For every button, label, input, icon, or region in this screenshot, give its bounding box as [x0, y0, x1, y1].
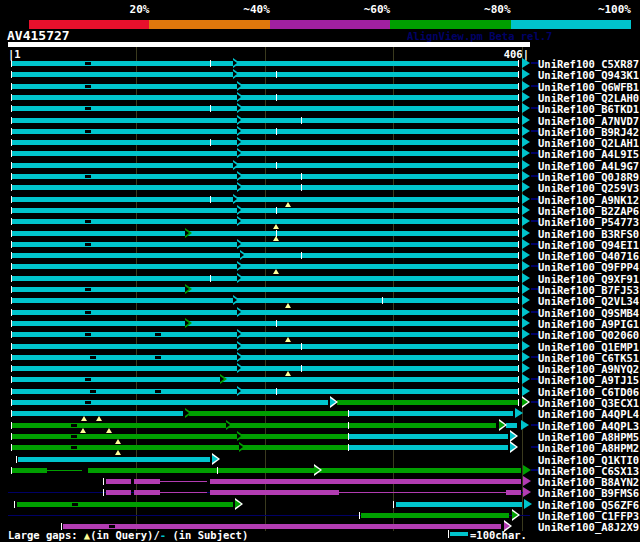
track-label-UniRef100_Q259V3[interactable]: UniRef100_Q259V3: [538, 182, 639, 194]
segment-boundary-tick: [11, 354, 12, 361]
query-id: AV415727: [7, 28, 70, 43]
direction-arrow-icon: [237, 365, 241, 371]
track-label-UniRef100_A9TJ15[interactable]: UniRef100_A9TJ15: [538, 374, 639, 386]
direction-arrow-icon: [235, 500, 241, 508]
direction-arrow-icon: [522, 284, 530, 294]
subject-gap-mark: [82, 469, 88, 472]
alignment-segment: [106, 490, 131, 495]
alignment-segment: [210, 479, 521, 484]
segment-boundary-tick: [518, 297, 519, 304]
segment-boundary-tick: [518, 252, 519, 259]
identity-scale-bar: [29, 20, 631, 29]
subject-gap-mark: [71, 435, 77, 438]
segment-boundary-tick: [518, 139, 519, 146]
identity-scale-segment-60: [270, 20, 390, 29]
track-label-UniRef100_B9FMS6[interactable]: UniRef100_B9FMS6: [538, 487, 639, 499]
segment-boundary-tick: [518, 286, 519, 293]
alignment-segment: [88, 468, 521, 473]
segment-boundary-tick: [382, 297, 383, 304]
alignment-segment: [47, 470, 86, 471]
alignment-segment: [12, 276, 518, 281]
identity-scale-label: ~80%: [484, 3, 511, 16]
watermark-text: AlignView.pm Beta rel.7: [407, 30, 552, 42]
segment-boundary-tick: [518, 376, 519, 383]
track-label-UniRef100_A8J2X9[interactable]: UniRef100_A8J2X9: [538, 521, 639, 533]
segment-boundary-tick: [518, 150, 519, 157]
subject-gap-mark: [85, 333, 91, 336]
query-gap-triangle-icon: [81, 416, 87, 421]
segment-boundary-tick: [518, 309, 519, 316]
direction-arrow-icon: [233, 71, 237, 77]
scale-legend-label: =100char.: [470, 529, 527, 541]
track-label-UniRef100_A4L9I5[interactable]: UniRef100_A4L9I5: [538, 148, 639, 160]
identity-scale-label: ~100%: [598, 3, 631, 16]
subject-gap-mark: [85, 175, 91, 178]
track-label-UniRef100_Q9FPP4[interactable]: UniRef100_Q9FPP4: [538, 261, 639, 273]
query-gap-triangle-icon: [115, 450, 121, 455]
track-label-UniRef100_B6TKD1[interactable]: UniRef100_B6TKD1: [538, 103, 639, 115]
direction-arrow-icon: [233, 60, 237, 66]
segment-boundary-tick: [11, 196, 12, 203]
direction-arrow-icon: [330, 398, 336, 406]
segment-boundary-tick: [11, 433, 12, 440]
segment-boundary-tick: [518, 94, 519, 101]
track-label-UniRef100_Q02060[interactable]: UniRef100_Q02060: [538, 329, 639, 341]
segment-boundary-tick: [301, 184, 302, 191]
segment-boundary-tick: [518, 275, 519, 282]
segment-boundary-tick: [11, 60, 12, 67]
direction-arrow-icon: [237, 184, 241, 190]
segment-boundary-tick: [518, 343, 519, 350]
alignment-segment: [337, 400, 518, 405]
query-gap-triangle-icon: [285, 337, 291, 342]
direction-arrow-icon: [522, 341, 530, 351]
track-label-UniRef100_Q943K1[interactable]: UniRef100_Q943K1: [538, 69, 639, 81]
segment-boundary-tick: [348, 410, 349, 417]
large-gaps-query-text: (in Query)/: [90, 529, 160, 541]
direction-arrow-icon: [521, 420, 529, 430]
segment-boundary-tick: [518, 128, 519, 135]
subject-gap-mark: [155, 333, 161, 336]
direction-arrow-icon: [522, 182, 530, 192]
direction-arrow-icon: [237, 139, 241, 145]
segment-boundary-tick: [518, 173, 519, 180]
track-label-UniRef100_P54773[interactable]: UniRef100_P54773: [538, 216, 639, 228]
direction-arrow-icon: [522, 250, 530, 260]
alignment-segment: [12, 445, 348, 450]
alignment-segment: [12, 389, 518, 394]
direction-arrow-icon: [524, 499, 532, 509]
track-label-UniRef100_A8HPM2[interactable]: UniRef100_A8HPM2: [538, 442, 639, 454]
track-label-UniRef100_A4QPL4[interactable]: UniRef100_A4QPL4: [538, 408, 639, 420]
direction-arrow-icon: [237, 105, 241, 111]
query-gap-triangle-icon: [106, 428, 112, 433]
alignment-segment: [160, 481, 207, 482]
segment-boundary-tick: [518, 263, 519, 270]
direction-arrow-icon: [522, 194, 530, 204]
subject-gap-mark: [85, 62, 91, 65]
alignment-segment: [12, 72, 518, 77]
subject-gap-mark: [72, 503, 78, 506]
subject-gap-mark: [85, 288, 91, 291]
segment-boundary-tick: [518, 230, 519, 237]
direction-arrow-icon: [510, 432, 516, 440]
subject-gap-mark: [85, 220, 91, 223]
direction-arrow-icon: [240, 252, 244, 258]
segment-boundary-tick: [348, 433, 349, 440]
alignment-segment: [18, 457, 210, 462]
identity-scale-label: 20%: [130, 3, 150, 16]
direction-arrow-icon: [522, 69, 530, 79]
query-gap-triangle-icon: [96, 416, 102, 421]
query-gap-triangle-icon: [285, 202, 291, 207]
direction-arrow-icon: [237, 331, 241, 337]
alignment-segment: [12, 197, 518, 202]
direction-arrow-icon: [522, 352, 530, 362]
segment-boundary-tick: [518, 184, 519, 191]
direction-arrow-icon: [522, 92, 530, 102]
large-gaps-subject-text: (in Subject): [166, 529, 248, 541]
direction-arrow-icon: [237, 263, 241, 269]
segment-boundary-tick: [11, 286, 12, 293]
direction-arrow-icon: [237, 241, 241, 247]
segment-boundary-tick: [276, 128, 277, 135]
track-label-UniRef100_Q2VL34[interactable]: UniRef100_Q2VL34: [538, 295, 639, 307]
segment-boundary-tick: [393, 501, 394, 508]
direction-arrow-icon: [523, 465, 531, 475]
